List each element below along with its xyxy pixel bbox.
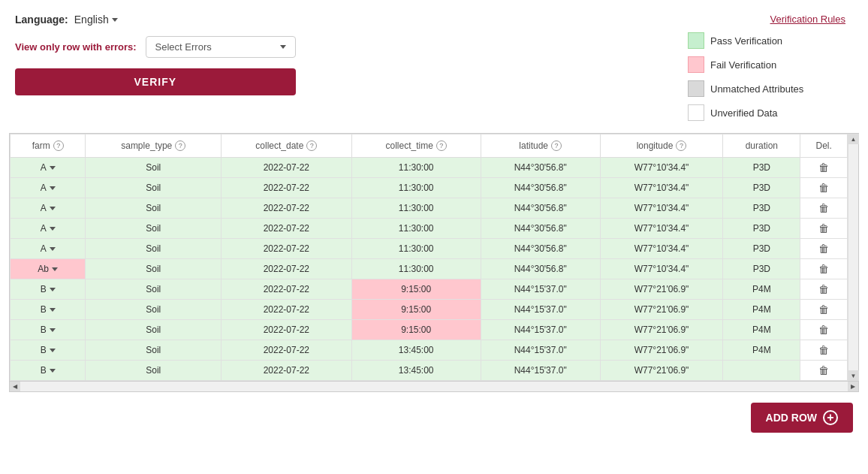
delete-row-button[interactable]: 🗑 xyxy=(818,182,829,194)
table-row-farm[interactable]: A xyxy=(11,239,86,259)
table-row-farm[interactable]: A xyxy=(11,178,86,198)
hscroll-row: ◀ ▶ xyxy=(9,382,859,392)
table-row-farm[interactable]: A xyxy=(11,219,86,239)
add-row-label: ADD ROW xyxy=(766,412,817,424)
add-row-button[interactable]: ADD ROW + xyxy=(751,403,853,433)
select-errors-dropdown[interactable]: Select Errors xyxy=(146,36,296,58)
farm-dropdown-arrow-icon[interactable] xyxy=(50,349,56,352)
table-row-sample-type: Soil xyxy=(86,361,222,381)
farm-help-icon[interactable]: ? xyxy=(53,140,64,151)
legend-item-fail: Fail Verification xyxy=(688,56,776,73)
table-row-delete[interactable]: 🗑 xyxy=(800,259,848,279)
farm-dropdown-arrow-icon[interactable] xyxy=(50,227,56,231)
farm-dropdown-arrow-icon[interactable] xyxy=(50,207,56,210)
table-row-sample-type: Soil xyxy=(86,158,222,178)
table-row-collect-date: 2022-07-22 xyxy=(222,279,351,300)
legend-item-pass: Pass Verification xyxy=(688,32,782,49)
table-row-delete[interactable]: 🗑 xyxy=(800,279,848,300)
hscroll-track xyxy=(20,382,848,391)
col-latitude: latitude ? xyxy=(481,134,600,158)
farm-dropdown-arrow-icon[interactable] xyxy=(50,166,56,170)
table-row-duration: P3D xyxy=(723,259,800,279)
table-row-delete[interactable]: 🗑 xyxy=(800,198,848,219)
table-row-farm[interactable]: A xyxy=(11,198,86,219)
table-row-delete[interactable]: 🗑 xyxy=(800,340,848,361)
table-row-duration: P4M xyxy=(723,279,800,300)
table-row-delete[interactable]: 🗑 xyxy=(800,219,848,239)
col-longitude: longitude ? xyxy=(600,134,723,158)
hscroll-right-button[interactable]: ▶ xyxy=(848,382,858,391)
table-row-sample-type: Soil xyxy=(86,198,222,219)
delete-row-button[interactable]: 🗑 xyxy=(818,263,829,275)
farm-dropdown-arrow-icon[interactable] xyxy=(50,186,56,190)
table-row-duration: P4M xyxy=(723,300,800,320)
col-farm: farm ? xyxy=(11,134,86,158)
error-row: View only row with errors: Select Errors xyxy=(15,36,296,58)
table-row-collect-time: 11:30:00 xyxy=(351,259,481,279)
table-row-collect-time: 9:15:00 xyxy=(351,300,481,320)
top-left-controls: Language: English View only row with err… xyxy=(15,14,296,95)
table-header: farm ? sample_type ? col xyxy=(11,134,848,158)
table-row-farm[interactable]: A xyxy=(11,158,86,178)
sample-type-help-icon[interactable]: ? xyxy=(175,140,185,151)
collect-date-help-icon[interactable]: ? xyxy=(306,140,317,151)
hscroll-left-button[interactable]: ◀ xyxy=(10,382,20,391)
language-dropdown[interactable]: English xyxy=(74,14,118,26)
pass-swatch xyxy=(688,32,704,49)
table-row-delete[interactable]: 🗑 xyxy=(800,178,848,198)
table-row-farm[interactable]: B xyxy=(11,279,86,300)
table-body: ASoil2022-07-2211:30:00N44°30'56.8"W77°1… xyxy=(11,158,848,381)
delete-row-button[interactable]: 🗑 xyxy=(818,344,829,356)
delete-row-button[interactable]: 🗑 xyxy=(818,364,829,376)
farm-dropdown-arrow-icon[interactable] xyxy=(50,288,56,291)
table-row-sample-type: Soil xyxy=(86,320,222,340)
delete-row-button[interactable]: 🗑 xyxy=(818,162,829,174)
table-row-latitude: N44°15'37.0" xyxy=(481,361,600,381)
table-row-collect-date: 2022-07-22 xyxy=(222,300,351,320)
delete-row-button[interactable]: 🗑 xyxy=(818,202,829,214)
delete-row-button[interactable]: 🗑 xyxy=(818,283,829,295)
table-row-longitude: W77°10'34.4" xyxy=(600,239,723,259)
table-row-collect-date: 2022-07-22 xyxy=(222,198,351,219)
top-bar: Language: English View only row with err… xyxy=(0,0,868,128)
table-row-farm[interactable]: Ab xyxy=(11,259,86,279)
table-row-farm[interactable]: B xyxy=(11,361,86,381)
table-row-delete[interactable]: 🗑 xyxy=(800,239,848,259)
delete-row-button[interactable]: 🗑 xyxy=(818,222,829,234)
collect-time-help-icon[interactable]: ? xyxy=(436,140,447,151)
farm-dropdown-arrow-icon[interactable] xyxy=(50,328,56,332)
vscroll-up-button[interactable]: ▲ xyxy=(848,134,859,144)
farm-dropdown-arrow-icon[interactable] xyxy=(50,308,56,312)
table-row-longitude: W77°10'34.4" xyxy=(600,178,723,198)
data-table: farm ? sample_type ? col xyxy=(10,134,848,381)
delete-row-button[interactable]: 🗑 xyxy=(818,243,829,255)
col-sample-type: sample_type ? xyxy=(86,134,222,158)
table-row-delete[interactable]: 🗑 xyxy=(800,158,848,178)
longitude-help-icon[interactable]: ? xyxy=(676,140,686,151)
farm-dropdown-arrow-icon[interactable] xyxy=(50,369,56,373)
table-row-farm[interactable]: B xyxy=(11,320,86,340)
table-row-delete[interactable]: 🗑 xyxy=(800,300,848,320)
table-scroll-container[interactable]: farm ? sample_type ? col xyxy=(10,134,848,381)
vscroll-down-button[interactable]: ▼ xyxy=(848,370,859,381)
language-row: Language: English xyxy=(15,14,296,26)
latitude-help-icon[interactable]: ? xyxy=(551,140,562,151)
table-row-delete[interactable]: 🗑 xyxy=(800,320,848,340)
table-row-delete[interactable]: 🗑 xyxy=(800,361,848,381)
language-dropdown-arrow-icon xyxy=(112,18,118,22)
table-row-collect-time: 11:30:00 xyxy=(351,198,481,219)
add-row-plus-icon: + xyxy=(823,410,838,425)
legend-item-unmatched: Unmatched Attributes xyxy=(688,80,803,97)
verification-rules-link[interactable]: Verification Rules xyxy=(770,14,845,25)
delete-row-button[interactable]: 🗑 xyxy=(818,324,829,336)
error-label: View only row with errors: xyxy=(15,41,137,53)
table-row-sample-type: Soil xyxy=(86,279,222,300)
table-row-farm[interactable]: B xyxy=(11,300,86,320)
farm-dropdown-arrow-icon[interactable] xyxy=(50,247,56,251)
verify-button[interactable]: VERIFY xyxy=(15,68,296,95)
delete-row-button[interactable]: 🗑 xyxy=(818,303,829,315)
table-row-farm[interactable]: B xyxy=(11,340,86,361)
farm-dropdown-arrow-icon[interactable] xyxy=(52,267,58,271)
table-row-longitude: W77°10'34.4" xyxy=(600,198,723,219)
legend-panel: Verification Rules Pass Verification Fai… xyxy=(688,14,853,121)
